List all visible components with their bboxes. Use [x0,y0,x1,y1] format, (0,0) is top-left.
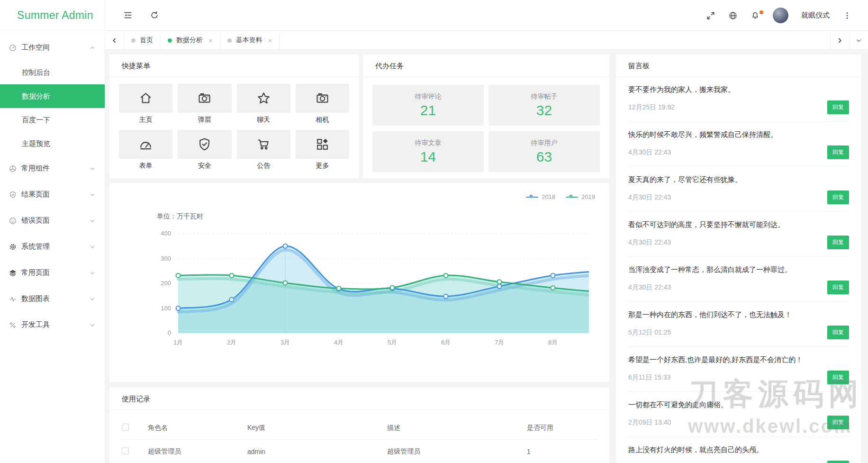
error-icon [9,217,17,225]
todo-item-articles[interactable]: 待审文章14 [372,131,484,172]
todo-item-posts[interactable]: 待审帖子32 [488,85,600,126]
message-date: 4月30日 22:43 [628,238,671,247]
todo-title: 代办任务 [363,54,609,77]
todo-count: 32 [536,102,552,118]
sidebar-item-devtools[interactable]: 开发工具 [0,312,105,338]
sidebar-item-baidu[interactable]: 百度一下 [0,108,105,132]
quick-item-more[interactable]: 更多 [296,130,349,172]
table-cell: 1 [527,448,597,455]
legend-item-2019[interactable]: 2019 [566,193,595,200]
refresh-icon[interactable] [150,10,159,20]
tab-dot [168,38,172,43]
close-icon[interactable]: × [268,37,272,44]
chevron-down-icon [90,166,95,172]
quick-item-form[interactable]: 表单 [119,130,172,172]
sidebar-item-label: 结果页面 [21,190,50,199]
message-text: 希望是一个好东西,也许是最好的,好东西是不会消亡的！ [628,355,849,364]
sidebar-item-label: 数据图表 [21,294,50,303]
reply-button[interactable]: 回复 [827,371,849,384]
message-date: 4月30日 22:43 [628,148,671,157]
sidebar-item-system[interactable]: 系统管理 [0,234,105,260]
todo-item-users[interactable]: 待审用户63 [488,131,600,172]
collapse-sidebar-icon[interactable] [123,10,133,20]
legend-ring [570,195,572,198]
message-date: 4月30日 22:43 [628,283,671,292]
tabs-scroll-right-icon[interactable] [830,31,849,49]
tab-label: 数据分析 [176,36,203,45]
reply-button[interactable]: 回复 [827,326,849,339]
quick-item-chat[interactable]: 聊天 [237,84,290,126]
sidebar-item-components[interactable]: 常用组件 [0,155,105,182]
sidebar-item-results[interactable]: 结果页面 [0,182,105,208]
message-meta: 4月30日 22:43回复 [628,281,849,302]
language-globe-icon[interactable] [728,11,738,20]
message-text: 当浑浊变成了一种常态，那么清白就成了一种罪过。 [628,265,849,274]
reply-button[interactable]: 回复 [827,145,849,159]
message-meta: 5月12日 01:25回复 [628,326,849,347]
reply-button[interactable]: 回复 [827,100,849,114]
sidebar-item-pages[interactable]: 常用页面 [0,260,105,286]
result-icon [9,191,17,199]
line-chart: 01002003004001月2月3月4月5月6月7月8月 [109,183,609,382]
sidebar-item-errors[interactable]: 错误页面 [0,208,105,234]
username[interactable]: 就眠仪式 [801,11,830,20]
marker-2018 [176,306,181,310]
sidebar-item-label: 常用组件 [21,164,50,173]
row-checkbox[interactable] [122,447,129,454]
message-item: 当浑浊变成了一种常态，那么清白就成了一种罪过。4月30日 22:43回复 [628,257,849,302]
sidebar-item-console[interactable]: 控制后台 [0,61,105,84]
sidebar-item-theme[interactable]: 主题预览 [0,132,105,155]
message-date: 2月09日 13:40 [628,418,671,427]
reply-button[interactable]: 回复 [827,236,849,249]
table-row: 超级管理员admin超级管理员1 [122,440,597,463]
message-date: 4月30日 22:43 [628,193,671,202]
message-item: 看似不可达到的高度，只要坚持不懈就可能到达。4月30日 22:43回复 [628,212,849,257]
reply-button[interactable]: 回复 [827,461,849,463]
y-tick-label: 0 [168,329,171,336]
message-item: 一切都在不可避免的走向庸俗。2月09日 13:40回复 [628,392,849,437]
sidebar-item-analysis[interactable]: 数据分析 [0,84,105,108]
notification-dot [760,10,763,14]
reply-button[interactable]: 回复 [827,191,849,204]
todo-item-comments[interactable]: 待审评论21 [372,85,484,126]
tabs: 首页数据分析×基本资料× [124,31,280,49]
y-tick-label: 100 [161,305,171,312]
chart-legend: 20182019 [526,193,595,200]
message-meta: 4月30日 22:43回复 [628,191,849,212]
component-icon [9,164,17,173]
close-icon[interactable]: × [208,37,213,44]
tab-home[interactable]: 首页 [124,31,161,49]
notifications-bell-icon[interactable] [750,11,760,20]
header-cell: 是否可用 [527,424,597,432]
app-logo[interactable]: Summer Admin [0,0,105,31]
reply-button[interactable]: 回复 [827,416,849,429]
fullscreen-icon[interactable] [706,11,715,20]
usage-table: 角色名Key值描述是否可用超级管理员admin超级管理员1 [109,410,609,463]
quick-item-notice[interactable]: 公告 [237,130,290,172]
marker-2019 [497,280,502,284]
kebab-menu-icon[interactable] [842,11,852,20]
sidebar-item-charts[interactable]: 数据图表 [0,286,105,312]
tab-analysis[interactable]: 数据分析× [161,31,220,49]
tabs-menu-icon[interactable] [849,31,868,49]
y-tick-label: 400 [161,230,171,237]
todo-count: 63 [536,149,552,165]
legend-label: 2018 [542,193,555,200]
quick-item-home[interactable]: 主页 [119,84,172,126]
tab-profile[interactable]: 基本资料× [220,31,280,49]
marker-2018 [230,298,234,302]
avatar[interactable] [773,8,788,23]
quick-item-label: 聊天 [237,113,290,126]
quick-item-layer[interactable]: 弹层 [178,84,231,126]
legend-item-2018[interactable]: 2018 [526,193,555,200]
table-cell: 超级管理员 [148,447,247,456]
reply-button[interactable]: 回复 [827,281,849,294]
tabs-scroll-left-icon[interactable] [105,31,124,49]
sidebar: Summer Admin 工作空间控制后台数据分析百度一下主题预览常用组件结果页… [0,0,105,463]
select-all-checkbox[interactable] [122,424,129,431]
marker-2019 [551,286,555,290]
quick-item-camera[interactable]: 相机 [296,84,349,126]
sidebar-item-workspace[interactable]: 工作空间 [0,35,105,61]
quick-item-safe[interactable]: 安全 [178,130,231,172]
message-date: 6月11日 15:33 [628,373,670,382]
